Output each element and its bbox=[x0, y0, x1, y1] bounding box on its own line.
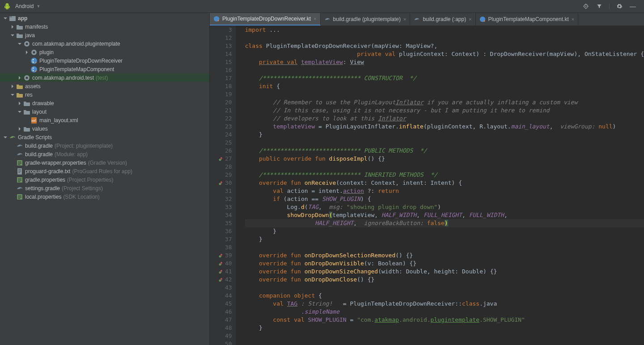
code-line[interactable] bbox=[245, 243, 644, 251]
tree-item[interactable]: Gradle Scripts bbox=[0, 133, 209, 141]
chevron-down-icon[interactable] bbox=[17, 41, 22, 47]
gutter-line[interactable]: 45 bbox=[219, 300, 232, 308]
tree-item[interactable]: res bbox=[0, 90, 209, 99]
collapse-icon[interactable]: — bbox=[629, 2, 637, 10]
code-line[interactable]: public override fun disposeImpl() {} bbox=[245, 155, 644, 163]
close-icon[interactable]: × bbox=[403, 17, 406, 22]
code-line[interactable]: .simpleName bbox=[245, 308, 644, 316]
tree-item[interactable]: assets bbox=[0, 82, 209, 90]
override-gutter-icon[interactable] bbox=[219, 261, 223, 266]
code-line[interactable]: /**************************** INHERITED … bbox=[245, 171, 644, 179]
override-gutter-icon[interactable] bbox=[219, 157, 223, 161]
override-gutter-icon[interactable] bbox=[219, 269, 223, 274]
tree-item[interactable]: manifests bbox=[0, 22, 209, 31]
code-line[interactable]: } bbox=[245, 235, 644, 243]
code-area[interactable]: import ...class PluginTemplateDropDownRe… bbox=[236, 26, 644, 345]
close-icon[interactable]: × bbox=[469, 17, 471, 22]
tree-item[interactable]: com.atakmap.android.test(test) bbox=[0, 73, 209, 82]
tree-item[interactable]: local.properties(SDK Location) bbox=[0, 192, 209, 201]
code-line[interactable]: // In this case, using it is not necessa… bbox=[245, 106, 644, 115]
editor-tab[interactable]: PluginTemplateDropDownReceiver.kt× bbox=[210, 13, 321, 26]
gutter-line[interactable]: 14 bbox=[219, 50, 232, 58]
chevron-right-icon[interactable] bbox=[17, 101, 22, 106]
tree-item[interactable]: build.gradle(Project: plugintemplate) bbox=[0, 141, 209, 150]
chevron-down-icon[interactable] bbox=[3, 135, 8, 140]
editor-tab[interactable]: build.gradle (:app)× bbox=[410, 13, 475, 26]
chevron-right-icon[interactable] bbox=[24, 50, 30, 55]
tree-item[interactable]: proguard-gradle.txt(ProGuard Rules for a… bbox=[0, 167, 209, 175]
gutter-line[interactable]: 50 bbox=[219, 340, 232, 345]
filter-icon[interactable] bbox=[595, 2, 603, 10]
editor-tab[interactable]: PluginTemplateMapComponent.kt× bbox=[476, 13, 579, 26]
tree-item[interactable]: settings.gradle(Project Settings) bbox=[0, 184, 209, 192]
gear-icon[interactable] bbox=[615, 2, 623, 10]
code-line[interactable] bbox=[245, 66, 644, 74]
gutter-line[interactable]: 17 bbox=[219, 74, 232, 82]
tree-item[interactable]: plugin bbox=[0, 48, 209, 56]
code-line[interactable]: private val templateView: View bbox=[245, 58, 644, 66]
gutter-line[interactable]: 23 bbox=[219, 123, 232, 131]
tree-item[interactable]: PluginTemplateMapComponent bbox=[0, 65, 209, 73]
code-line[interactable] bbox=[245, 34, 644, 42]
code-line[interactable]: override fun onDropDownSizeChanged(width… bbox=[245, 268, 644, 276]
tree-item[interactable]: drawable bbox=[0, 99, 209, 107]
code-line[interactable]: // developers to look at this Inflator bbox=[245, 115, 644, 123]
gutter-line[interactable]: 29 bbox=[219, 171, 232, 179]
code-line[interactable]: import ... bbox=[245, 26, 644, 34]
code-line[interactable] bbox=[245, 163, 644, 171]
override-gutter-icon[interactable] bbox=[219, 277, 223, 282]
code-line[interactable]: templateView = PluginLayoutInflater.infl… bbox=[245, 123, 644, 131]
code-line[interactable]: override fun onDropDownClose() {} bbox=[245, 276, 644, 284]
code-line[interactable]: if (action == SHOW_PLUGIN) { bbox=[245, 195, 644, 203]
project-tree[interactable]: appmanifestsjavacom.atakmap.android.plug… bbox=[0, 13, 210, 345]
chevron-down-icon[interactable] bbox=[10, 92, 15, 98]
gutter-line[interactable]: 3 bbox=[219, 26, 232, 34]
gutter-line[interactable]: 13 bbox=[219, 42, 232, 50]
chevron-right-icon[interactable] bbox=[17, 75, 22, 81]
gutter-line[interactable]: 35 bbox=[219, 219, 232, 227]
close-icon[interactable]: × bbox=[572, 17, 574, 22]
code-line[interactable]: } bbox=[245, 131, 644, 139]
code-line[interactable]: HALF_HEIGHT, ignoreBackButton: false) bbox=[245, 219, 644, 227]
project-view-selector[interactable]: Android ▼ bbox=[4, 3, 40, 10]
tree-item[interactable]: build.gradle(Module: app) bbox=[0, 150, 209, 158]
code-line[interactable]: override fun onDropDownSelectionRemoved(… bbox=[245, 251, 644, 260]
gutter-line[interactable]: 33 bbox=[219, 203, 232, 211]
code-line[interactable]: private val pluginContext: Context) : Dr… bbox=[245, 50, 644, 58]
code-line[interactable] bbox=[245, 139, 644, 147]
tree-item[interactable]: app bbox=[0, 14, 209, 22]
code-line[interactable]: class PluginTemplateDropDownReceiver(map… bbox=[245, 42, 644, 50]
gutter-line[interactable]: 25 bbox=[219, 139, 232, 147]
code-line[interactable]: override fun onReceive(context: Context,… bbox=[245, 179, 644, 187]
code-line[interactable]: } bbox=[245, 324, 644, 332]
gutter-line[interactable]: 21 bbox=[219, 106, 232, 115]
gutter-line[interactable]: 19 bbox=[219, 90, 232, 98]
gutter-line[interactable]: 26 bbox=[219, 147, 232, 155]
gutter-line[interactable]: 30 bbox=[219, 179, 232, 187]
chevron-down-icon[interactable] bbox=[3, 16, 8, 21]
code-line[interactable]: Log.d(TAG, msg: "showing plugin drop dow… bbox=[245, 203, 644, 211]
code-line[interactable]: showDropDown(templateView, HALF_WIDTH, F… bbox=[245, 211, 644, 219]
editor-tab[interactable]: build.gradle (plugintemplate)× bbox=[321, 13, 411, 26]
gutter-line[interactable]: 37 bbox=[219, 235, 232, 243]
gutter-line[interactable]: 24 bbox=[219, 131, 232, 139]
gutter-line[interactable]: 12 bbox=[219, 34, 232, 42]
code-line[interactable]: const val SHOW_PLUGIN = "com.atakmap.and… bbox=[245, 316, 644, 324]
code-line[interactable]: /**************************** PUBLIC MET… bbox=[245, 147, 644, 155]
tree-item[interactable]: values bbox=[0, 124, 209, 133]
tree-item[interactable]: gradle.properties(Project Properties) bbox=[0, 175, 209, 184]
chevron-right-icon[interactable] bbox=[17, 126, 22, 132]
gutter-line[interactable]: 38 bbox=[219, 243, 232, 251]
gutter[interactable]: 3121314151617181920212223242526272829303… bbox=[210, 26, 236, 345]
gutter-line[interactable]: 31 bbox=[219, 187, 232, 195]
code-line[interactable] bbox=[245, 340, 644, 345]
gutter-line[interactable]: 46 bbox=[219, 308, 232, 316]
code-line[interactable]: // Remember to use the PluginLayoutInfla… bbox=[245, 98, 644, 106]
gutter-line[interactable]: 27 bbox=[219, 155, 232, 163]
gutter-line[interactable]: 34 bbox=[219, 211, 232, 219]
gutter-line[interactable]: 44 bbox=[219, 292, 232, 300]
gutter-line[interactable]: 36 bbox=[219, 227, 232, 235]
code-line[interactable]: val TAG : String! = PluginTemplateDropDo… bbox=[245, 300, 644, 308]
gutter-line[interactable]: 48 bbox=[219, 324, 232, 332]
gutter-line[interactable]: 28 bbox=[219, 163, 232, 171]
